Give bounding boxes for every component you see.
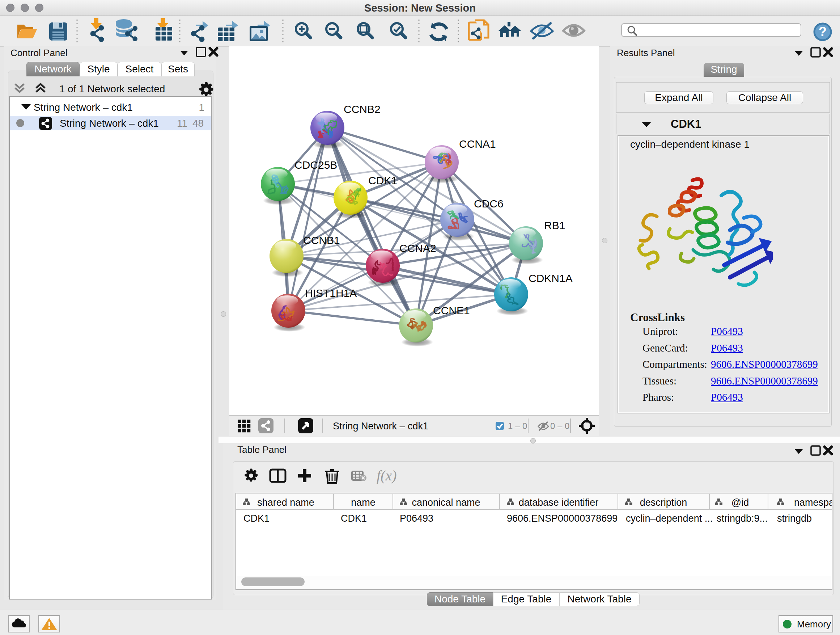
svg-text:canonical name: canonical name [412, 497, 480, 508]
svg-text:CCNE1: CCNE1 [433, 304, 470, 317]
svg-text:CDKN1A: CDKN1A [529, 272, 573, 284]
svg-text:?: ? [819, 24, 827, 39]
svg-text:f(x): f(x) [377, 469, 397, 484]
svg-text:RB1: RB1 [544, 219, 565, 231]
svg-text:CCNB2: CCNB2 [344, 103, 381, 115]
svg-text:CDK1: CDK1 [243, 513, 270, 524]
svg-text:9606.ENSP00000378699: 9606.ENSP00000378699 [507, 513, 617, 524]
svg-text:@id: @id [731, 497, 749, 508]
svg-text:CCNB1: CCNB1 [303, 234, 340, 246]
svg-text:name: name [351, 497, 376, 508]
svg-text:namespace: namespace [794, 497, 832, 508]
svg-text:CDK1: CDK1 [368, 174, 397, 187]
svg-text:HIST1H1A: HIST1H1A [305, 287, 357, 299]
svg-text:stringdb: stringdb [777, 513, 812, 524]
svg-text:P06493: P06493 [400, 513, 433, 524]
svg-text:CCNA1: CCNA1 [459, 138, 496, 150]
svg-text:shared name: shared name [257, 497, 314, 508]
svg-text:1 – 0: 1 – 0 [508, 421, 527, 431]
svg-text:String Network – cdk1: String Network – cdk1 [333, 421, 428, 432]
svg-text:CDK1: CDK1 [341, 513, 367, 524]
svg-text:CCNA2: CCNA2 [399, 242, 436, 254]
svg-text:description: description [640, 497, 687, 508]
svg-text:database identifier: database identifier [519, 497, 599, 508]
svg-text:stringdb:9...: stringdb:9... [717, 513, 767, 524]
svg-text:cyclin–dependent ...: cyclin–dependent ... [626, 513, 713, 524]
svg-text:CDC25B: CDC25B [294, 159, 337, 171]
svg-text:CDC6: CDC6 [474, 198, 504, 210]
svg-text:0 – 0: 0 – 0 [550, 421, 569, 431]
